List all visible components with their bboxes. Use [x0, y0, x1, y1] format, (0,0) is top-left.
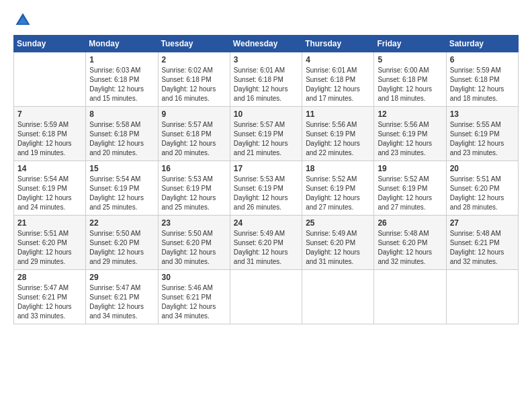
- day-number: 5: [378, 55, 442, 64]
- calendar-cell: 2Sunrise: 6:02 AMSunset: 6:18 PMDaylight…: [158, 52, 230, 107]
- calendar-cell: 7Sunrise: 5:59 AMSunset: 6:18 PMDaylight…: [14, 107, 86, 161]
- day-number: 2: [162, 55, 226, 64]
- calendar-cell: 17Sunrise: 5:53 AMSunset: 6:19 PMDayligh…: [230, 161, 302, 216]
- calendar-cell: 11Sunrise: 5:56 AMSunset: 6:19 PMDayligh…: [302, 107, 374, 161]
- calendar-cell: 1Sunrise: 6:03 AMSunset: 6:18 PMDaylight…: [86, 52, 158, 107]
- day-info: Sunrise: 5:49 AMSunset: 6:20 PMDaylight:…: [306, 229, 370, 267]
- calendar-cell: 14Sunrise: 5:54 AMSunset: 6:19 PMDayligh…: [14, 161, 86, 216]
- calendar-cell: 19Sunrise: 5:52 AMSunset: 6:19 PMDayligh…: [374, 161, 446, 216]
- day-number: 17: [234, 164, 298, 173]
- calendar-cell: 3Sunrise: 6:01 AMSunset: 6:18 PMDaylight…: [230, 52, 302, 107]
- calendar-cell: 4Sunrise: 6:01 AMSunset: 6:18 PMDaylight…: [302, 52, 374, 107]
- header: [13, 11, 519, 30]
- day-number: 27: [450, 218, 515, 228]
- day-info: Sunrise: 5:54 AMSunset: 6:19 PMDaylight:…: [89, 175, 154, 212]
- day-info: Sunrise: 5:47 AMSunset: 6:21 PMDaylight:…: [89, 283, 154, 321]
- day-number: 11: [306, 109, 370, 119]
- day-info: Sunrise: 5:48 AMSunset: 6:20 PMDaylight:…: [378, 229, 442, 267]
- day-number: 26: [378, 218, 442, 228]
- day-info: Sunrise: 6:01 AMSunset: 6:18 PMDaylight:…: [306, 66, 370, 103]
- calendar-cell: 26Sunrise: 5:48 AMSunset: 6:20 PMDayligh…: [374, 216, 446, 270]
- calendar-cell: 22Sunrise: 5:50 AMSunset: 6:20 PMDayligh…: [86, 216, 158, 270]
- calendar-cell: 27Sunrise: 5:48 AMSunset: 6:21 PMDayligh…: [446, 216, 518, 270]
- day-info: Sunrise: 5:55 AMSunset: 6:19 PMDaylight:…: [450, 120, 515, 158]
- day-info: Sunrise: 5:49 AMSunset: 6:20 PMDaylight:…: [234, 229, 298, 267]
- day-number: 23: [162, 218, 226, 228]
- day-number: 22: [89, 218, 154, 228]
- calendar-cell: [230, 270, 302, 324]
- day-info: Sunrise: 5:53 AMSunset: 6:19 PMDaylight:…: [162, 175, 226, 212]
- calendar-cell: [374, 270, 446, 324]
- calendar-cell: 24Sunrise: 5:49 AMSunset: 6:20 PMDayligh…: [230, 216, 302, 270]
- day-number: 9: [162, 109, 226, 119]
- day-number: 29: [89, 273, 154, 282]
- day-info: Sunrise: 5:53 AMSunset: 6:19 PMDaylight:…: [234, 175, 298, 212]
- calendar-cell: 12Sunrise: 5:56 AMSunset: 6:19 PMDayligh…: [374, 107, 446, 161]
- day-number: 18: [306, 164, 370, 173]
- day-number: 13: [450, 109, 515, 119]
- day-info: Sunrise: 5:59 AMSunset: 6:18 PMDaylight:…: [450, 66, 515, 103]
- day-info: Sunrise: 5:54 AMSunset: 6:19 PMDaylight:…: [17, 175, 82, 212]
- weekday-header-tuesday: Tuesday: [158, 36, 230, 52]
- day-info: Sunrise: 5:47 AMSunset: 6:21 PMDaylight:…: [17, 283, 82, 321]
- day-info: Sunrise: 5:57 AMSunset: 6:18 PMDaylight:…: [162, 120, 226, 158]
- calendar-cell: [302, 270, 374, 324]
- day-number: 30: [162, 273, 226, 282]
- day-info: Sunrise: 5:59 AMSunset: 6:18 PMDaylight:…: [17, 120, 82, 158]
- week-row-2: 7Sunrise: 5:59 AMSunset: 6:18 PMDaylight…: [14, 107, 519, 161]
- day-info: Sunrise: 6:03 AMSunset: 6:18 PMDaylight:…: [89, 66, 154, 103]
- calendar-cell: 5Sunrise: 6:00 AMSunset: 6:18 PMDaylight…: [374, 52, 446, 107]
- day-number: 1: [89, 55, 154, 64]
- calendar-cell: 16Sunrise: 5:53 AMSunset: 6:19 PMDayligh…: [158, 161, 230, 216]
- day-info: Sunrise: 5:48 AMSunset: 6:21 PMDaylight:…: [450, 229, 515, 267]
- calendar-cell: 8Sunrise: 5:58 AMSunset: 6:18 PMDaylight…: [86, 107, 158, 161]
- calendar-cell: 6Sunrise: 5:59 AMSunset: 6:18 PMDaylight…: [446, 52, 518, 107]
- day-info: Sunrise: 5:58 AMSunset: 6:18 PMDaylight:…: [89, 120, 154, 158]
- calendar-cell: 9Sunrise: 5:57 AMSunset: 6:18 PMDaylight…: [158, 107, 230, 161]
- day-info: Sunrise: 5:56 AMSunset: 6:19 PMDaylight:…: [306, 120, 370, 158]
- calendar-cell: 23Sunrise: 5:50 AMSunset: 6:20 PMDayligh…: [158, 216, 230, 270]
- calendar-cell: 21Sunrise: 5:51 AMSunset: 6:20 PMDayligh…: [14, 216, 86, 270]
- day-number: 10: [234, 109, 298, 119]
- week-row-4: 21Sunrise: 5:51 AMSunset: 6:20 PMDayligh…: [14, 216, 519, 270]
- weekday-header-row: SundayMondayTuesdayWednesdayThursdayFrid…: [14, 36, 519, 52]
- day-info: Sunrise: 6:02 AMSunset: 6:18 PMDaylight:…: [162, 66, 226, 103]
- day-number: 14: [17, 164, 82, 173]
- day-info: Sunrise: 6:01 AMSunset: 6:18 PMDaylight:…: [234, 66, 298, 103]
- weekday-header-monday: Monday: [86, 36, 158, 52]
- calendar-cell: 25Sunrise: 5:49 AMSunset: 6:20 PMDayligh…: [302, 216, 374, 270]
- day-number: 20: [450, 164, 515, 173]
- logo: [13, 11, 35, 30]
- calendar-table: SundayMondayTuesdayWednesdayThursdayFrid…: [13, 35, 519, 324]
- weekday-header-saturday: Saturday: [446, 36, 518, 52]
- day-info: Sunrise: 5:52 AMSunset: 6:19 PMDaylight:…: [378, 175, 442, 212]
- day-number: 16: [162, 164, 226, 173]
- calendar-cell: [14, 52, 86, 107]
- weekday-header-thursday: Thursday: [302, 36, 374, 52]
- day-number: 3: [234, 55, 298, 64]
- calendar-cell: 28Sunrise: 5:47 AMSunset: 6:21 PMDayligh…: [14, 270, 86, 324]
- weekday-header-sunday: Sunday: [14, 36, 86, 52]
- logo-icon: [13, 11, 32, 30]
- day-number: 25: [306, 218, 370, 228]
- day-info: Sunrise: 5:50 AMSunset: 6:20 PMDaylight:…: [89, 229, 154, 267]
- day-number: 24: [234, 218, 298, 228]
- day-info: Sunrise: 6:00 AMSunset: 6:18 PMDaylight:…: [378, 66, 442, 103]
- day-number: 28: [17, 273, 82, 282]
- calendar-cell: [446, 270, 518, 324]
- calendar-cell: 20Sunrise: 5:51 AMSunset: 6:20 PMDayligh…: [446, 161, 518, 216]
- day-info: Sunrise: 5:56 AMSunset: 6:19 PMDaylight:…: [378, 120, 442, 158]
- day-info: Sunrise: 5:51 AMSunset: 6:20 PMDaylight:…: [450, 175, 515, 212]
- day-number: 15: [89, 164, 154, 173]
- calendar-cell: 10Sunrise: 5:57 AMSunset: 6:19 PMDayligh…: [230, 107, 302, 161]
- calendar-cell: 30Sunrise: 5:46 AMSunset: 6:21 PMDayligh…: [158, 270, 230, 324]
- page-container: SundayMondayTuesdayWednesdayThursdayFrid…: [0, 0, 532, 331]
- day-info: Sunrise: 5:46 AMSunset: 6:21 PMDaylight:…: [162, 283, 226, 321]
- day-info: Sunrise: 5:52 AMSunset: 6:19 PMDaylight:…: [306, 175, 370, 212]
- day-number: 19: [378, 164, 442, 173]
- day-number: 7: [17, 109, 82, 119]
- week-row-5: 28Sunrise: 5:47 AMSunset: 6:21 PMDayligh…: [14, 270, 519, 324]
- weekday-header-wednesday: Wednesday: [230, 36, 302, 52]
- weekday-header-friday: Friday: [374, 36, 446, 52]
- week-row-1: 1Sunrise: 6:03 AMSunset: 6:18 PMDaylight…: [14, 52, 519, 107]
